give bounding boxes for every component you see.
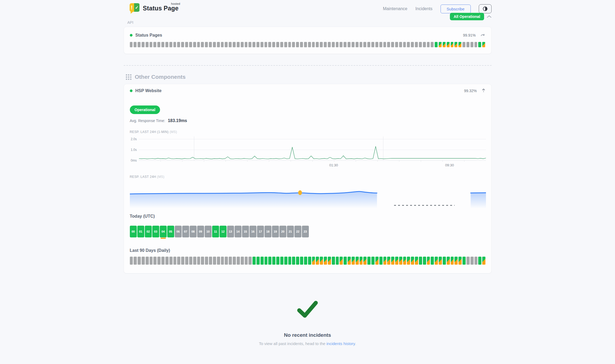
uptime-bar[interactable] (312, 42, 315, 47)
uptime-bar[interactable] (300, 42, 303, 47)
uptime-bar[interactable] (260, 257, 264, 265)
uptime-bar[interactable] (138, 257, 141, 265)
uptime-bar[interactable] (431, 42, 434, 47)
uptime-bar[interactable] (209, 42, 212, 47)
uptime-bar[interactable] (221, 42, 224, 47)
uptime-bar[interactable] (419, 257, 422, 265)
uptime-bar[interactable] (320, 42, 323, 47)
uptime-bar[interactable] (130, 257, 133, 265)
uptime-bar[interactable] (316, 257, 319, 265)
uptime-bar[interactable] (395, 257, 398, 265)
uptime-bar[interactable] (312, 257, 315, 265)
uptime-bar[interactable] (153, 257, 157, 265)
uptime-bar[interactable] (248, 257, 252, 265)
uptime-bar[interactable] (367, 257, 371, 265)
uptime-bar[interactable] (157, 257, 161, 265)
uptime-bar[interactable] (451, 42, 454, 47)
uptime-bar[interactable] (411, 42, 414, 47)
uptime-bar[interactable] (344, 257, 347, 265)
uptime-bar[interactable] (340, 257, 343, 265)
uptime-bar[interactable] (391, 42, 394, 47)
uptime-bar[interactable] (233, 42, 236, 47)
uptime-bar[interactable] (478, 42, 481, 47)
hour-box-22[interactable]: 22 (294, 226, 301, 237)
uptime-bar[interactable] (379, 257, 383, 265)
uptime-bar[interactable] (371, 42, 374, 47)
uptime-bar[interactable] (336, 257, 339, 265)
uptime-bar[interactable] (237, 42, 240, 47)
uptime-bar[interactable] (134, 42, 137, 47)
uptime-bar[interactable] (451, 257, 454, 265)
uptime-bar[interactable] (241, 257, 244, 265)
refresh-button[interactable] (481, 33, 485, 37)
uptime-bar[interactable] (181, 42, 184, 47)
uptime-bar[interactable] (316, 42, 319, 47)
uptime-bar[interactable] (308, 42, 311, 47)
uptime-bar[interactable] (360, 257, 363, 265)
uptime-bar[interactable] (470, 257, 474, 265)
uptime-bar[interactable] (403, 257, 406, 265)
uptime-bar[interactable] (399, 42, 402, 47)
uptime-bar[interactable] (213, 42, 216, 47)
hour-box-18[interactable]: 18 (264, 226, 271, 237)
uptime-bar[interactable] (348, 42, 351, 47)
uptime-bar[interactable] (245, 257, 248, 265)
uptime-bar[interactable] (344, 42, 347, 47)
uptime-bar[interactable] (439, 257, 442, 265)
uptime-bar[interactable] (142, 257, 145, 265)
uptime-bar[interactable] (177, 257, 180, 265)
uptime-bar[interactable] (264, 257, 268, 265)
hour-box-17[interactable]: 17 (257, 226, 264, 237)
uptime-bar[interactable] (296, 257, 299, 265)
uptime-bar[interactable] (181, 257, 184, 265)
uptime-bar[interactable] (399, 257, 402, 265)
uptime-bar[interactable] (435, 42, 438, 47)
uptime-bar[interactable] (447, 42, 450, 47)
uptime-bar[interactable] (340, 42, 342, 47)
uptime-bar[interactable] (387, 257, 390, 265)
uptime-bar[interactable] (256, 42, 259, 47)
hour-box-00[interactable]: 00 (130, 226, 137, 237)
hour-box-15[interactable]: 15 (242, 226, 249, 237)
uptime-bar[interactable] (383, 42, 386, 47)
uptime-bar[interactable] (466, 257, 470, 265)
uptime-bar[interactable] (462, 42, 465, 47)
uptime-bar[interactable] (411, 257, 414, 265)
uptime-bar[interactable] (150, 42, 153, 47)
hour-box-12[interactable]: 12 (220, 226, 227, 237)
uptime-bar[interactable] (439, 42, 442, 47)
uptime-bar[interactable] (474, 257, 478, 265)
uptime-bar[interactable] (324, 42, 327, 47)
hour-box-08[interactable]: 08 (190, 226, 197, 237)
uptime-bar[interactable] (185, 257, 188, 265)
uptime-bar[interactable] (482, 257, 485, 265)
uptime-bar[interactable] (423, 257, 426, 265)
uptime-bar[interactable] (462, 257, 466, 265)
uptime-bar[interactable] (217, 257, 220, 265)
uptime-bar[interactable] (308, 257, 311, 265)
subscribe-button[interactable]: Subscribe (441, 5, 471, 13)
uptime-bar[interactable] (161, 42, 164, 47)
uptime-bar[interactable] (288, 257, 291, 265)
uptime-bar[interactable] (197, 42, 200, 47)
uptime-bar[interactable] (324, 257, 327, 265)
logo[interactable]: ! ✓ Status Page hosted (130, 3, 179, 13)
uptime-bar[interactable] (363, 257, 367, 265)
uptime-bar[interactable] (435, 257, 438, 265)
hour-box-23[interactable]: 23 (302, 226, 309, 237)
hour-box-02[interactable]: 02 (145, 226, 152, 237)
uptime-bar[interactable] (252, 42, 255, 47)
uptime-bar[interactable] (423, 42, 426, 47)
uptime-bar[interactable] (431, 257, 434, 265)
uptime-bar[interactable] (157, 42, 160, 47)
uptime-bar[interactable] (233, 257, 236, 265)
hour-box-19[interactable]: 19 (272, 226, 279, 237)
incidents-history-link[interactable]: incidents history (326, 341, 355, 346)
uptime-bar[interactable] (352, 42, 355, 47)
uptime-bar[interactable] (458, 257, 462, 265)
uptime-bar[interactable] (379, 42, 382, 47)
uptime-bar[interactable] (185, 42, 188, 47)
hour-box-13[interactable]: 13 (227, 226, 234, 237)
uptime-bar[interactable] (245, 42, 248, 47)
uptime-bar[interactable] (371, 257, 375, 265)
